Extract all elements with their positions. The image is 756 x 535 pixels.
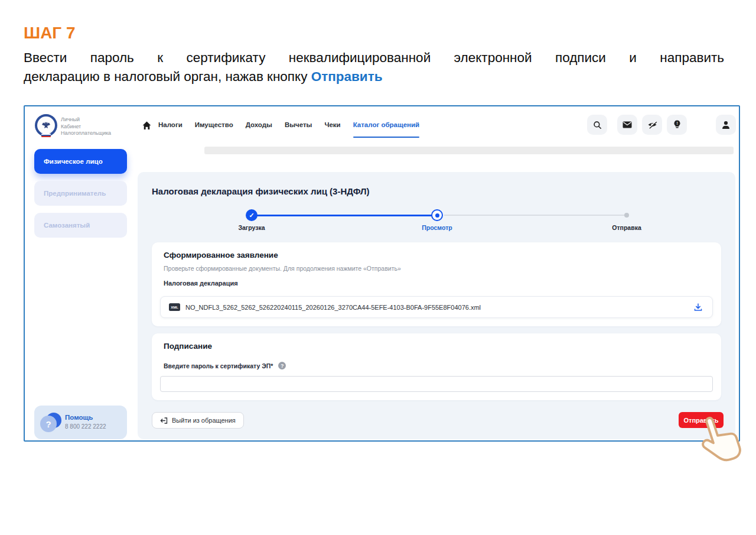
question-circle-icon: ? (40, 413, 61, 433)
sidebar-item-fizicheskoe-lico[interactable]: Физическое лицо (34, 149, 127, 174)
nav-item-katalog-obrashcheniy[interactable]: Каталог обращений (353, 121, 419, 128)
submit-keyword-highlight: Отправить (311, 69, 383, 84)
nav-item-imushchestvo[interactable]: Имущество (195, 121, 233, 128)
nav-item-cheki[interactable]: Чеки (324, 121, 340, 128)
sidebar-item-predprinimatel[interactable]: Предприниматель (34, 181, 127, 206)
step-label-zagruzka: Загрузка (238, 224, 265, 231)
step-description: Ввести пароль к сертификату неквалифицир… (24, 48, 724, 86)
application-card: Сформированное заявление Проверьте сформ… (152, 242, 721, 326)
mail-icon (623, 121, 632, 128)
help-phone: 8 800 222 2222 (65, 423, 106, 430)
file-name: NO_NDFL3_5262_5262_526220240115_20260126… (185, 304, 481, 311)
nav-item-vychety[interactable]: Вычеты (285, 121, 312, 128)
download-button[interactable] (692, 301, 704, 313)
step-title: ШАГ 7 (24, 24, 76, 43)
logo-caption: Личный Кабинет Налогоплательщика (61, 116, 111, 137)
tips-button[interactable]: ! (667, 115, 687, 135)
user-icon (722, 121, 730, 129)
xml-file-icon: XML (169, 303, 180, 311)
profile-button[interactable] (716, 115, 736, 135)
step-pending-icon (624, 213, 629, 218)
application-card-title: Сформированное заявление (164, 251, 278, 260)
hide-mode-button[interactable] (642, 115, 662, 135)
exit-request-label: Выйти из обращения (172, 417, 236, 424)
step-done-icon: ✓ (246, 209, 258, 221)
lightbulb-icon: ! (673, 120, 681, 129)
eye-off-icon (647, 121, 657, 129)
nav-item-dokhody[interactable]: Доходы (246, 121, 272, 128)
sidebar-item-samozanyatyy[interactable]: Самозанятый (34, 213, 127, 238)
main-nav: Налоги Имущество Доходы Вычеты Чеки Ката… (158, 121, 419, 128)
stepper-line-done (256, 215, 432, 216)
declaration-panel: Налоговая декларация физических лиц (3-Н… (138, 172, 735, 439)
help-tooltip-icon[interactable]: ? (278, 362, 286, 369)
download-icon (693, 303, 703, 312)
certificate-password-input[interactable] (160, 376, 713, 392)
fns-logo (35, 114, 57, 137)
search-icon (593, 121, 602, 129)
step-current-icon (431, 209, 443, 221)
russian-flag-icon (41, 134, 51, 137)
svg-text:!: ! (676, 121, 677, 125)
password-label: Введите пароль к сертификату ЭП* (164, 362, 273, 369)
home-icon[interactable] (141, 119, 152, 131)
exit-icon (160, 417, 168, 424)
declaration-file-row: XML NO_NDFL3_5262_5262_526220240115_2026… (160, 296, 713, 318)
messages-button[interactable] (617, 115, 637, 135)
help-card[interactable]: ? Помощь 8 800 222 2222 (34, 406, 127, 439)
search-button[interactable] (587, 115, 607, 135)
portal-header: Личный Кабинет Налогоплательщика Налоги … (25, 106, 739, 144)
signing-card: Подписание Введите пароль к сертификату … (152, 333, 721, 400)
application-card-subtitle: Проверьте сформированные документы. Для … (164, 265, 401, 272)
fns-eagle-icon (37, 116, 55, 134)
page-title: Налоговая декларация физических лиц (3-Н… (152, 186, 369, 196)
help-title: Помощь (65, 414, 93, 421)
file-section-label: Налоговая декларация (164, 280, 238, 287)
step-label-prosmotr: Просмотр (422, 224, 452, 231)
step-description-line2: декларацию в налоговый орган, нажав кноп… (24, 67, 724, 86)
scroll-shadow-strip (204, 147, 734, 154)
step-label-otpravka: Отправка (612, 224, 641, 231)
stepper-line-todo (444, 215, 625, 216)
exit-request-button[interactable]: Выйти из обращения (152, 412, 244, 429)
signing-card-title: Подписание (164, 342, 212, 351)
tutorial-page: ШАГ 7 Ввести пароль к сертификату неквал… (0, 0, 756, 535)
nav-item-nalogi[interactable]: Налоги (158, 121, 183, 128)
step-description-line1: Ввести пароль к сертификату неквалифицир… (24, 48, 724, 67)
portal-screenshot-frame: Личный Кабинет Налогоплательщика Налоги … (24, 105, 740, 442)
